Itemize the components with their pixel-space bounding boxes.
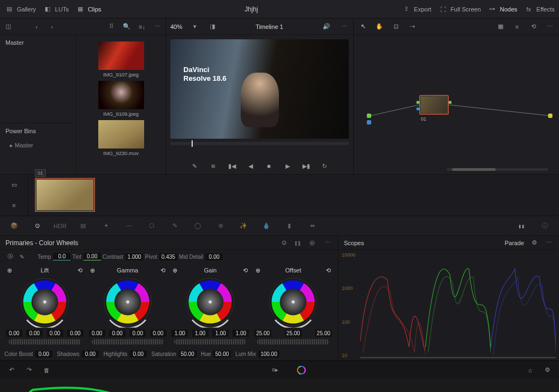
reverse-play-icon[interactable]: ◀ bbox=[246, 161, 255, 171]
blur-icon[interactable]: 💧 bbox=[260, 219, 273, 233]
pivot-field[interactable]: Pivot0.435 bbox=[145, 253, 177, 260]
page-wheel-icon[interactable] bbox=[296, 365, 306, 375]
grid-view-icon[interactable]: ⠿ bbox=[106, 22, 116, 32]
tint-field[interactable]: Tint0.00 bbox=[72, 253, 100, 260]
playhead[interactable] bbox=[192, 140, 193, 147]
scopes-settings-icon[interactable]: ⚙ bbox=[530, 238, 539, 248]
clips-tab[interactable]: ▦ Clips bbox=[75, 4, 101, 14]
jog-wheel[interactable] bbox=[9, 339, 81, 345]
rgb-mixer-icon[interactable]: ▤ bbox=[76, 219, 90, 233]
viewer-canvas[interactable]: DaVinci Resolve 18.6 bbox=[170, 39, 349, 139]
color-wheel-gamma[interactable]: ⊕Gamma⟲ 0.000.000.000.00 bbox=[87, 265, 169, 347]
jog-wheel[interactable] bbox=[257, 339, 329, 345]
wheel-reset-icon[interactable]: ⟲ bbox=[78, 267, 82, 274]
viewer-more-icon[interactable]: ⋯ bbox=[339, 22, 349, 32]
color-wheel-gain[interactable]: ⊕Gain⟲ 1.001.001.001.00 bbox=[169, 265, 251, 347]
timeline-clip[interactable] bbox=[35, 178, 95, 212]
stop-icon[interactable]: ■ bbox=[264, 161, 274, 171]
page-color-icon[interactable]: ≡▸ bbox=[270, 365, 280, 375]
redo-icon[interactable]: ↷ bbox=[24, 365, 34, 375]
magic-mask-icon[interactable]: ✨ bbox=[237, 219, 250, 233]
log-mode-icon[interactable]: ◎ bbox=[307, 238, 317, 248]
eyedropper-icon[interactable]: ✎ bbox=[190, 161, 200, 171]
home-icon[interactable]: ⌂ bbox=[525, 365, 535, 375]
effects-button[interactable]: fx Effects bbox=[524, 4, 555, 14]
gallery-tab[interactable]: ▤ Gallery bbox=[4, 4, 36, 14]
window-icon[interactable]: ◯ bbox=[191, 219, 204, 233]
hand-tool-icon[interactable]: ✋ bbox=[374, 22, 384, 32]
play-icon[interactable]: ▶ bbox=[283, 161, 293, 171]
settings-icon[interactable]: ⚙ bbox=[543, 365, 552, 375]
qualifier-icon[interactable]: ✎ bbox=[168, 219, 181, 233]
ts-view2-icon[interactable]: ≡ bbox=[9, 200, 19, 210]
trash-icon[interactable]: 🗑 bbox=[41, 365, 51, 375]
node-more-icon[interactable]: ⋯ bbox=[545, 22, 555, 32]
pick-wb-icon[interactable]: ✎ bbox=[17, 252, 27, 262]
sort-icon[interactable]: ≡↓ bbox=[137, 22, 147, 32]
curves-icon[interactable]: 〰 bbox=[122, 219, 135, 233]
shadows-field[interactable]: Shadows0.00 bbox=[57, 351, 99, 358]
node-list-icon[interactable]: ≡ bbox=[512, 22, 522, 32]
tracking-icon[interactable]: ⊕ bbox=[214, 219, 227, 233]
middetail-field[interactable]: Mid Detail0.00 bbox=[179, 253, 223, 260]
node-add-icon[interactable]: ⊡ bbox=[391, 22, 401, 32]
saturation-field[interactable]: Saturation50.00 bbox=[151, 351, 197, 358]
undo-icon[interactable]: ↶ bbox=[7, 365, 16, 375]
thumb-item[interactable]: IMG_9109.jpeg bbox=[98, 81, 145, 117]
audio-icon[interactable]: 🔊 bbox=[322, 22, 331, 32]
wheels-more-icon[interactable]: ⋯ bbox=[323, 238, 332, 248]
color-wheels-icon[interactable]: ⊙ bbox=[31, 219, 44, 233]
color-wheel-offset[interactable]: ⊕Offset⟲ 25.0025.0025.00 bbox=[252, 265, 334, 347]
wheel-target-icon[interactable]: ⊕ bbox=[173, 267, 177, 274]
nodes-graph[interactable]: 01 bbox=[354, 35, 559, 174]
scopes-mode[interactable]: Parade bbox=[505, 240, 524, 246]
motion-icon[interactable]: ✦ bbox=[99, 219, 112, 233]
ts-view1-icon[interactable]: ▭ bbox=[9, 180, 19, 190]
contrast-field[interactable]: Contrast1.000 bbox=[103, 253, 144, 260]
nav-fwd-icon[interactable]: › bbox=[47, 22, 57, 32]
nodes-button[interactable]: ⊶ Nodes bbox=[487, 4, 518, 14]
info-icon[interactable]: ⓘ bbox=[538, 219, 551, 233]
scopes-toggle-icon[interactable]: ⫾⫾ bbox=[515, 219, 528, 233]
wheel-target-icon[interactable]: ⊕ bbox=[7, 267, 12, 274]
panel-layout-icon[interactable]: ◫ bbox=[3, 22, 13, 32]
wheels-mode-icon[interactable]: ⊙ bbox=[279, 238, 289, 248]
warper-icon[interactable]: ⬡ bbox=[145, 219, 158, 233]
zoom-level[interactable]: 40% bbox=[170, 23, 182, 30]
wheel-reset-icon[interactable]: ⟲ bbox=[243, 267, 248, 274]
camera-raw-icon[interactable]: 📦 bbox=[8, 219, 21, 233]
jog-wheel[interactable] bbox=[174, 339, 246, 345]
master-bin[interactable]: Master bbox=[0, 35, 76, 50]
powerbins-master[interactable]: ▸ Master bbox=[0, 139, 76, 152]
loop-icon[interactable]: ↻ bbox=[320, 161, 330, 171]
pointer-tool-icon[interactable]: ↖ bbox=[358, 22, 368, 32]
color-wheel-lift[interactable]: ⊕Lift⟲ 0.000.000.000.00 bbox=[4, 265, 86, 347]
hue-field[interactable]: Hue50.00 bbox=[201, 351, 231, 358]
key-icon[interactable]: ▮ bbox=[283, 219, 296, 233]
last-frame-icon[interactable]: ▶▮ bbox=[301, 161, 311, 171]
sizing-icon[interactable]: ⬌ bbox=[306, 219, 319, 233]
zoom-dropdown-icon[interactable]: ▾ bbox=[190, 22, 200, 32]
thumb-item[interactable]: IMG_9230.mov bbox=[98, 120, 145, 156]
wheel-target-icon[interactable]: ⊕ bbox=[255, 267, 260, 274]
temp-field[interactable]: Temp0.0 bbox=[38, 253, 70, 260]
nodes-hscroll[interactable] bbox=[447, 168, 548, 171]
scopes-more-icon[interactable]: ⋯ bbox=[544, 238, 554, 248]
thumb-item[interactable]: IMG_9107.jpeg bbox=[98, 41, 145, 78]
bars-mode-icon[interactable]: ⫿⫿ bbox=[293, 238, 303, 248]
wheel-reset-icon[interactable]: ⟲ bbox=[326, 267, 331, 274]
export-button[interactable]: ⇪ Export bbox=[401, 4, 431, 14]
wheel-target-icon[interactable]: ⊕ bbox=[90, 267, 95, 274]
colorboost-field[interactable]: Color Boost0.00 bbox=[4, 351, 52, 358]
timeline-name[interactable]: Timeline 1 bbox=[225, 23, 314, 30]
node-grid-icon[interactable]: ▦ bbox=[496, 22, 506, 32]
hdr-icon[interactable]: HDR bbox=[53, 219, 67, 233]
highlights-field[interactable]: Highlights0.00 bbox=[103, 351, 147, 358]
unmix-icon[interactable]: ≋ bbox=[209, 161, 218, 171]
powerbins-section[interactable]: Power Bins bbox=[0, 123, 76, 139]
nav-back-icon[interactable]: ‹ bbox=[32, 22, 41, 32]
node-link-icon[interactable]: ⇢ bbox=[407, 22, 417, 32]
auto-balance-icon[interactable]: Ⓐ bbox=[5, 252, 15, 262]
jog-wheel[interactable] bbox=[92, 339, 164, 345]
node-reset-icon[interactable]: ⟲ bbox=[528, 22, 538, 32]
